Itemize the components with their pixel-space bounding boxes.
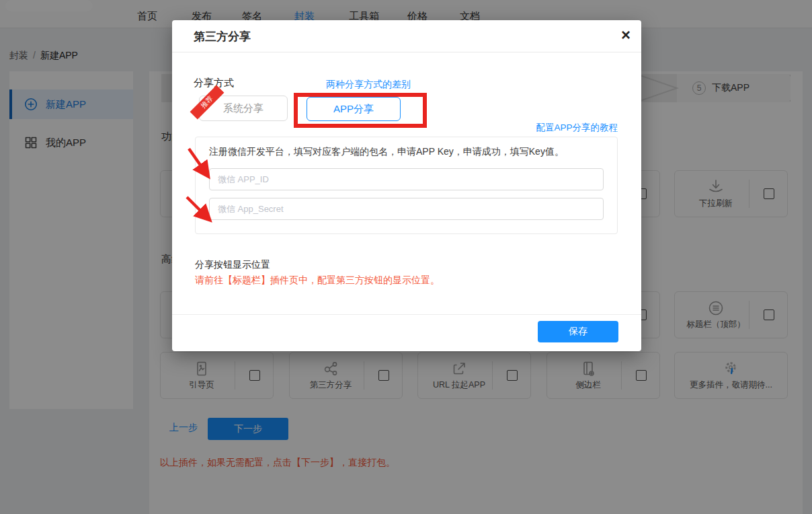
tab-system-share-label: 系统分享 <box>223 102 263 114</box>
recommend-ribbon: 推荐 <box>190 85 225 120</box>
share-method-diff-link[interactable]: 两种分享方式的差别 <box>326 79 411 91</box>
modal-footer-divider <box>172 314 641 315</box>
wechat-config-instruction: 注册微信开发平台，填写对应客户端的包名，申请APP Key，申请成功，填写Key… <box>209 146 564 158</box>
share-button-position-label: 分享按钮显示位置 <box>195 259 270 271</box>
tab-app-share[interactable]: APP分享 <box>307 97 401 121</box>
app-share-tutorial-link[interactable]: 配置APP分享的教程 <box>536 122 618 134</box>
wechat-config-panel: 注册微信开发平台，填写对应客户端的包名，申请APP Key，申请成功，填写Key… <box>195 137 618 234</box>
modal-header: 第三方分享 × <box>172 20 641 52</box>
tab-system-share[interactable]: 系统分享 推荐 <box>199 96 288 121</box>
share-button-position-warning: 请前往【标题栏】插件页中，配置第三方按钮的显示位置。 <box>195 274 440 287</box>
wechat-appid-input[interactable] <box>209 168 604 190</box>
close-icon[interactable]: × <box>621 26 631 44</box>
third-party-share-modal: 第三方分享 × 分享方式 两种分享方式的差别 系统分享 推荐 APP分享 配置A… <box>172 20 641 351</box>
save-button[interactable]: 保存 <box>538 321 618 342</box>
modal-title: 第三方分享 <box>194 29 251 44</box>
wechat-secret-input[interactable] <box>209 198 604 220</box>
